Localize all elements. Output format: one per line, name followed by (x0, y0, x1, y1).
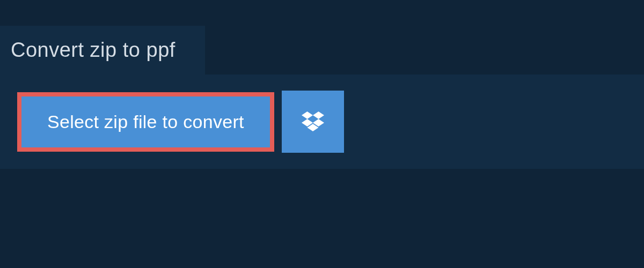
select-file-button[interactable]: Select zip file to convert (17, 92, 274, 152)
page-title: Convert zip to ppf (11, 39, 189, 62)
content-panel: Select zip file to convert (0, 75, 644, 169)
select-file-label: Select zip file to convert (47, 111, 244, 132)
dropbox-button[interactable] (282, 91, 344, 153)
dropbox-icon (302, 111, 324, 132)
header-tab: Convert zip to ppf (0, 26, 205, 75)
